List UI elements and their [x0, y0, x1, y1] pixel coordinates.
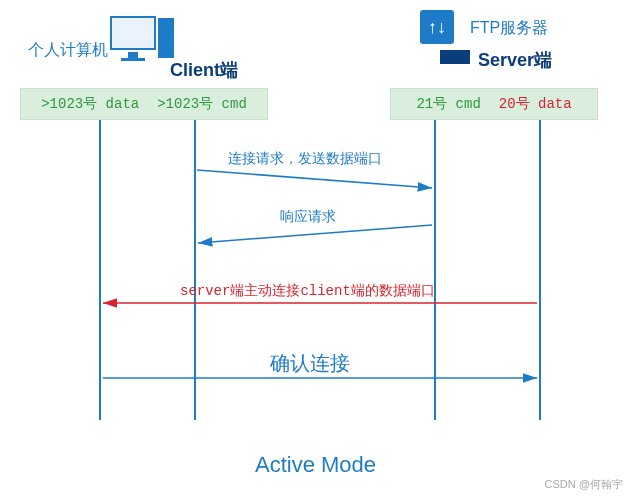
msg-server-connect: server端主动连接client端的数据端口: [180, 282, 435, 300]
msg-connect-request: 连接请求，发送数据端口: [228, 150, 382, 168]
diagram-title: Active Mode: [0, 452, 631, 478]
watermark: CSDN @何翰宇: [545, 477, 623, 492]
arrow-layer: [0, 0, 631, 500]
msg-response: 响应请求: [280, 208, 336, 226]
arrow-response: [198, 225, 432, 243]
ftp-active-mode-diagram: 个人计算机 Client端 ↑↓ FTP服务器 Server端 >1023号 d…: [0, 0, 631, 500]
msg-confirm: 确认连接: [270, 350, 350, 377]
arrow-connect-request: [197, 170, 432, 188]
